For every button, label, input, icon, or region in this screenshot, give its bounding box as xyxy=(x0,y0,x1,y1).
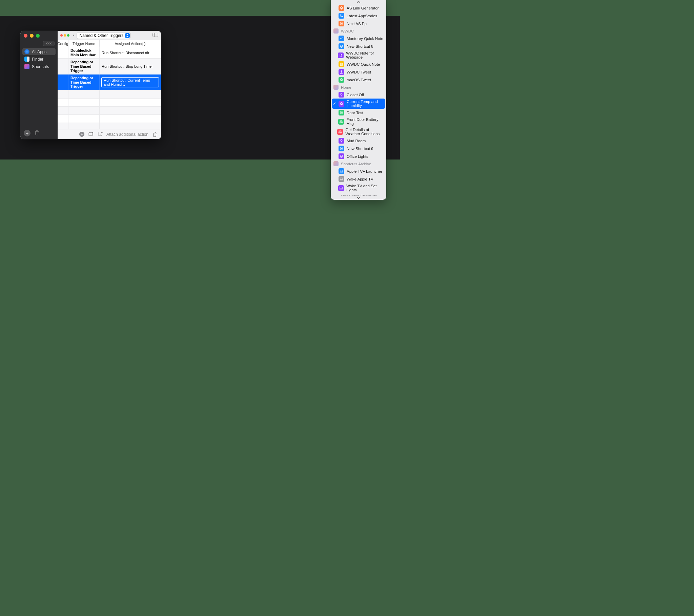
svg-rect-3 xyxy=(89,133,92,136)
preset-indicator-icon xyxy=(60,34,70,37)
table-row-empty[interactable] xyxy=(58,90,161,98)
shortcut-item[interactable]: Monterey Quick Note xyxy=(332,35,385,42)
shortcuts-popover: AS Link GeneratorLatest AppStoriesNext A… xyxy=(331,0,386,200)
shortcut-icon xyxy=(339,101,344,107)
delete-app-button[interactable] xyxy=(34,130,40,136)
shortcut-item[interactable]: Wake Apple TV xyxy=(332,175,385,183)
shortcut-item[interactable]: New Shortcut 8 xyxy=(332,42,385,50)
shortcut-item[interactable]: ✓Current Temp and Humidity xyxy=(332,98,385,109)
table-row[interactable]: Repeating or Time Based TriggerRun Short… xyxy=(58,59,161,75)
shortcut-icon xyxy=(339,69,344,75)
shortcut-icon xyxy=(339,61,344,67)
footer-toolbar: Attach additional action xyxy=(58,129,161,139)
col-trigger[interactable]: Trigger Name xyxy=(69,40,99,47)
close-window-button[interactable] xyxy=(24,34,28,38)
shortcut-label: Apple TV+ Launcher xyxy=(347,169,382,173)
shortcut-item[interactable]: macOS Tweet xyxy=(332,76,385,83)
shortcut-item[interactable]: Front Door Battery Msg xyxy=(332,116,385,127)
table-row-empty[interactable] xyxy=(58,115,161,123)
globe-icon xyxy=(24,49,30,54)
btt-window: <<< All AppsFinderShortcuts + • Named & … xyxy=(20,31,161,139)
chain-action-button[interactable] xyxy=(97,131,103,137)
sidebar: <<< All AppsFinderShortcuts + xyxy=(20,31,58,139)
sidebar-item-all-apps[interactable]: All Apps xyxy=(22,48,56,55)
shortcut-item[interactable]: WWDC Tweet xyxy=(332,68,385,76)
dropdown-caret-icon xyxy=(125,33,130,38)
shortcut-item[interactable]: WWDC Note for Webpage xyxy=(332,50,385,60)
group-header: WWDC xyxy=(332,27,385,35)
shortcut-item[interactable]: Closet Off xyxy=(332,91,385,98)
shortcut-icon xyxy=(339,13,344,19)
cell-action[interactable]: Run Shortcut: Current Temp and Humidity xyxy=(99,75,161,90)
zoom-window-button[interactable] xyxy=(36,34,40,38)
shortcut-icon xyxy=(339,92,344,97)
checkmark-icon: ✓ xyxy=(333,101,336,106)
shortcut-item[interactable]: Apple TV+ Launcher xyxy=(332,167,385,175)
col-action[interactable]: Assigned Action(s) xyxy=(99,40,161,47)
shortcut-label: Closet Off xyxy=(347,93,364,97)
group-action-button[interactable] xyxy=(88,131,94,137)
shortcut-item[interactable]: Mud Room xyxy=(332,137,385,145)
finder-icon xyxy=(24,57,30,62)
shortcut-icon xyxy=(339,5,344,11)
minimize-window-button[interactable] xyxy=(30,34,34,38)
toggle-sidebar-button[interactable] xyxy=(152,33,158,38)
cell-config[interactable] xyxy=(58,59,69,74)
table-row[interactable]: Doubleclick Main MenubarRun Shortcut: Di… xyxy=(58,47,161,59)
shortcut-icon xyxy=(339,146,344,151)
shortcut-item[interactable]: AS Link Generator xyxy=(332,4,385,12)
table-header: Config Trigger Name Assigned Action(s) xyxy=(58,40,161,47)
table-row-empty[interactable] xyxy=(58,98,161,107)
shortcut-item[interactable]: WWDC Quick Note xyxy=(332,60,385,68)
col-config[interactable]: Config xyxy=(58,40,69,47)
shortcut-item[interactable]: Door Test xyxy=(332,109,385,116)
shortcut-label: New Shortcut 9 xyxy=(347,147,373,151)
toolbar: • Named & Other Triggers xyxy=(58,31,161,40)
cell-trigger[interactable]: Repeating or Time Based Trigger xyxy=(69,59,99,74)
main-panel: • Named & Other Triggers Config Trigger … xyxy=(58,31,161,139)
cell-config[interactable] xyxy=(58,75,69,90)
shortcut-label: Monterey Quick Note xyxy=(347,37,383,41)
shortcut-item[interactable]: Latest AppStories xyxy=(332,12,385,20)
table-row-empty[interactable] xyxy=(58,123,161,129)
shortcut-label: WWDC Quick Note xyxy=(347,62,380,67)
shortcut-icon xyxy=(339,138,344,144)
shortcut-label: macOS Tweet xyxy=(347,78,371,82)
shortcuts-folder-icon xyxy=(333,29,339,34)
shortcut-icon xyxy=(339,36,344,41)
back-button[interactable]: <<< xyxy=(43,41,55,46)
delete-action-button[interactable] xyxy=(152,131,158,137)
cell-action[interactable]: Run Shortcut: Disconnect Air xyxy=(99,47,161,58)
group-label: Shortcuts Archive xyxy=(341,162,371,166)
shortcut-label: Latest AppStories xyxy=(347,14,377,18)
add-action-button[interactable] xyxy=(79,131,85,137)
trigger-category-select[interactable]: Named & Other Triggers xyxy=(77,32,131,39)
sidebar-item-label: Shortcuts xyxy=(32,64,49,69)
add-app-button[interactable]: + xyxy=(24,130,31,136)
cell-trigger[interactable]: Repeating or Time Based Trigger xyxy=(69,75,99,90)
shortcuts-folder-icon xyxy=(333,85,339,90)
cell-config[interactable] xyxy=(58,47,69,58)
shortcut-item[interactable]: New Shortcut 9 xyxy=(332,145,385,152)
shortcut-label: Next AS Ep xyxy=(347,22,367,26)
cell-trigger[interactable]: Doubleclick Main Menubar xyxy=(69,47,99,58)
preset-bullet: • xyxy=(73,33,75,38)
shortcut-item[interactable]: Get Details of Weather Conditions xyxy=(332,127,385,137)
shortcut-icon xyxy=(338,185,344,191)
cell-action[interactable]: Run Shortcut: Stop Long Timer xyxy=(99,59,161,74)
scroll-up-indicator[interactable] xyxy=(331,0,386,4)
shortcut-icon xyxy=(339,176,344,182)
shortcut-item[interactable]: Next AS Ep xyxy=(332,20,385,27)
attach-action-label: Attach additional action xyxy=(106,132,148,137)
sidebar-item-shortcuts[interactable]: Shortcuts xyxy=(22,63,56,70)
table-row-empty[interactable] xyxy=(58,107,161,115)
shortcut-label: Office Lights xyxy=(347,154,368,158)
shortcut-label: Door Test xyxy=(347,111,363,115)
table-row[interactable]: Repeating or Time Based TriggerRun Short… xyxy=(58,75,161,90)
group-header: Mac Setup Shortcuts WIP xyxy=(332,193,385,196)
sidebar-item-finder[interactable]: Finder xyxy=(22,56,56,63)
shortcut-item[interactable]: Office Lights xyxy=(332,152,385,160)
shortcut-icon xyxy=(339,43,344,49)
scroll-down-indicator[interactable] xyxy=(331,196,386,200)
shortcut-item[interactable]: Wake TV and Set Lights xyxy=(332,183,385,193)
